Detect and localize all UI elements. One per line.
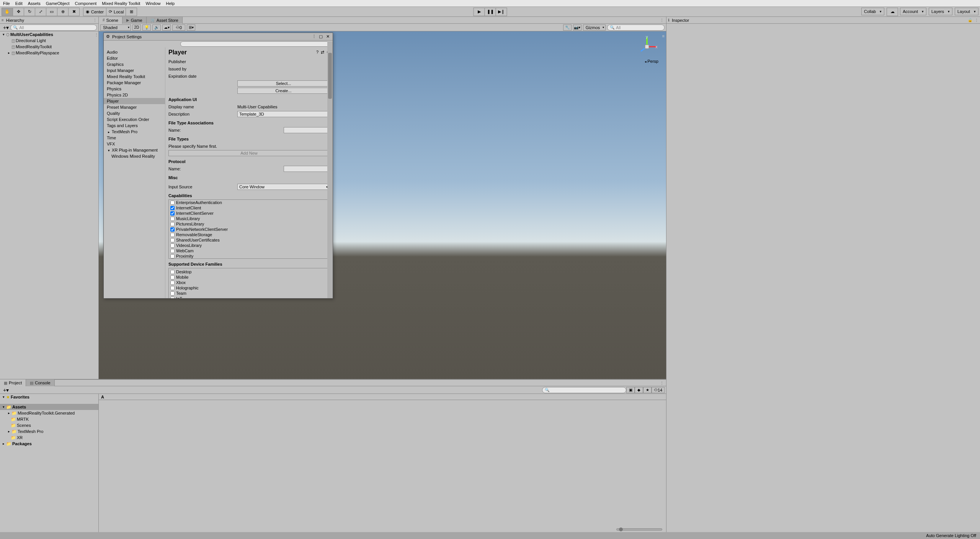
scene-row[interactable]: ▾ ⬡ MultiUserCapabilities ⋮ (0, 31, 98, 38)
hidden-toggle[interactable]: ⦵0 (172, 24, 185, 31)
capability-musiclibrary[interactable]: MusicLibrary (169, 216, 329, 221)
audio-toggle[interactable]: 🔊 (152, 24, 161, 31)
menu-edit[interactable]: Edit (15, 1, 23, 6)
scale-tool-button[interactable]: ⤢ (35, 8, 46, 16)
capability-checkbox[interactable] (170, 217, 175, 221)
menu-mrtk[interactable]: Mixed Reality Toolkit (102, 1, 140, 6)
panel-menu-icon[interactable]: ⋮ (975, 18, 978, 22)
move-tool-button[interactable]: ✥ (13, 8, 24, 16)
device-mobile[interactable]: Mobile (169, 274, 329, 280)
mode-2d-button[interactable]: 2D (132, 24, 141, 31)
viewport-menu-icon[interactable]: ≡ (662, 34, 665, 38)
gizmos-dropdown[interactable]: Gizmos (583, 24, 606, 31)
create-dropdown[interactable]: +▾ (2, 387, 10, 393)
tab-assetstore[interactable]: 🛒Asset Store (147, 17, 183, 24)
scene-search[interactable]: 🔍 All (607, 24, 665, 31)
sidebar-item-xrplugin[interactable]: ▾ XR Plug-in Management (104, 147, 165, 153)
capability-checkbox[interactable] (170, 233, 175, 237)
sidebar-item-tags[interactable]: Tags and Layers (104, 122, 165, 129)
transform-tool-button[interactable]: ⊕ (57, 8, 69, 16)
menu-file[interactable]: File (3, 1, 10, 6)
device-xbox[interactable]: Xbox (169, 280, 329, 285)
collab-dropdown[interactable]: Collab (861, 8, 884, 15)
packages-row[interactable]: ▸📁Packages (0, 441, 98, 447)
menu-help[interactable]: Help (166, 1, 175, 6)
capability-checkbox[interactable] (170, 222, 175, 226)
pause-button[interactable]: ❚❚ (485, 8, 496, 16)
capability-privatenetworkclientserver[interactable]: PrivateNetworkClientServer (169, 227, 329, 232)
device-holographic[interactable]: Holographic (169, 285, 329, 291)
filter-btn-3[interactable]: ★ (643, 387, 652, 393)
capability-pictureslibrary[interactable]: PicturesLibrary (169, 221, 329, 227)
capability-removablestorage[interactable]: RemovableStorage (169, 232, 329, 237)
capability-internetclient[interactable]: InternetClient (169, 205, 329, 211)
account-dropdown[interactable]: Account (900, 8, 926, 15)
pivot-toggle[interactable]: ◉ Center (83, 8, 106, 16)
camera-toggle[interactable]: 🔧 (563, 24, 572, 31)
sidebar-item-quality[interactable]: Quality (104, 110, 165, 116)
window-menu-icon[interactable]: ⋮ (311, 34, 317, 39)
cloud-button[interactable]: ☁ (887, 8, 898, 16)
filter-btn-1[interactable]: ▣ (626, 387, 635, 393)
capability-webcam[interactable]: WebCam (169, 248, 329, 253)
play-button[interactable]: ▶ (474, 8, 485, 16)
capability-checkbox[interactable] (170, 254, 175, 258)
sidebar-item-physics[interactable]: Physics (104, 86, 165, 92)
sidebar-item-editor[interactable]: Editor (104, 55, 165, 61)
sidebar-item-tmp[interactable]: ▸ TextMesh Pro (104, 129, 165, 135)
maximize-icon[interactable]: ▢ (318, 34, 323, 39)
create-dropdown[interactable]: +▾ (2, 24, 10, 31)
orientation-gizmo[interactable]: y x (635, 35, 658, 58)
capability-checkbox[interactable] (170, 243, 175, 248)
capability-enterpriseauthentication[interactable]: EnterpriseAuthentication (169, 200, 329, 205)
lock-icon[interactable]: 🔒 (968, 18, 972, 22)
thumbnail-slider[interactable] (616, 528, 662, 531)
lighting-toggle[interactable]: 💡 (142, 24, 151, 31)
device-checkbox[interactable] (170, 275, 175, 279)
device-checkbox[interactable] (170, 286, 175, 290)
sidebar-item-wmr[interactable]: Windows Mixed Reality (104, 153, 165, 159)
grid-toggle[interactable]: ⊞▾ (187, 24, 195, 31)
fta-name-input[interactable] (284, 127, 330, 133)
sidebar-item-graphics[interactable]: Graphics (104, 61, 165, 67)
camera-btn[interactable]: 📷▾ (573, 24, 581, 31)
settings-search[interactable] (180, 41, 330, 47)
capability-proximity[interactable]: Proximity (169, 253, 329, 259)
hierarchy-item[interactable]: ◫ Directional Light (0, 38, 98, 44)
window-titlebar[interactable]: ⚙ Project Settings ⋮ ▢ ✕ (104, 33, 333, 41)
sidebar-item-player[interactable]: Player (104, 98, 165, 104)
filter-btn-2[interactable]: ◆ (635, 387, 643, 393)
preset-icon[interactable]: ⇄ (321, 50, 324, 55)
sidebar-item-scriptorder[interactable]: Script Execution Order (104, 116, 165, 122)
step-button[interactable]: ▶❙ (496, 8, 507, 16)
device-desktop[interactable]: Desktop (169, 269, 329, 274)
tab-project[interactable]: ▦Project (0, 379, 26, 386)
sidebar-item-mrtk[interactable]: Mixed Reality Toolkit (104, 74, 165, 80)
project-search[interactable]: 🔍 (542, 387, 626, 393)
folder-row[interactable]: 📁Scenes (0, 422, 98, 428)
sidebar-item-input[interactable]: Input Manager (104, 67, 165, 74)
protocol-name-input[interactable] (284, 166, 330, 172)
layers-dropdown[interactable]: Layers (929, 8, 952, 15)
create-button[interactable]: Create... (237, 88, 330, 94)
description-input[interactable]: Template_3D (237, 111, 330, 117)
hidden-count[interactable]: ⦵14 (652, 387, 665, 393)
sidebar-item-package[interactable]: Package Manager (104, 80, 165, 86)
folder-row[interactable]: ▸📁TextMesh Pro (0, 428, 98, 434)
menu-assets[interactable]: Assets (28, 1, 41, 6)
menu-window[interactable]: Window (145, 1, 160, 6)
capability-checkbox[interactable] (170, 201, 175, 205)
sidebar-item-time[interactable]: Time (104, 135, 165, 141)
tab-scene[interactable]: #Scene (99, 17, 122, 24)
device-checkbox[interactable] (170, 297, 175, 299)
hierarchy-search[interactable]: 🔍 All (10, 24, 97, 31)
panel-menu-icon[interactable]: ⋮ (93, 18, 97, 22)
hand-tool-button[interactable]: ✋ (2, 8, 13, 16)
persp-label[interactable]: ◂ Persp (645, 59, 658, 64)
device-checkbox[interactable] (170, 281, 175, 285)
hierarchy-item[interactable]: ◫ MixedRealityToolkit (0, 44, 98, 50)
tab-console[interactable]: ▤Console (26, 379, 54, 386)
settings-scrollbar[interactable] (327, 47, 333, 298)
folder-row[interactable]: ▸📁MixedRealityToolkit.Generated (0, 410, 98, 416)
snap-button[interactable]: ⊞ (126, 8, 137, 16)
